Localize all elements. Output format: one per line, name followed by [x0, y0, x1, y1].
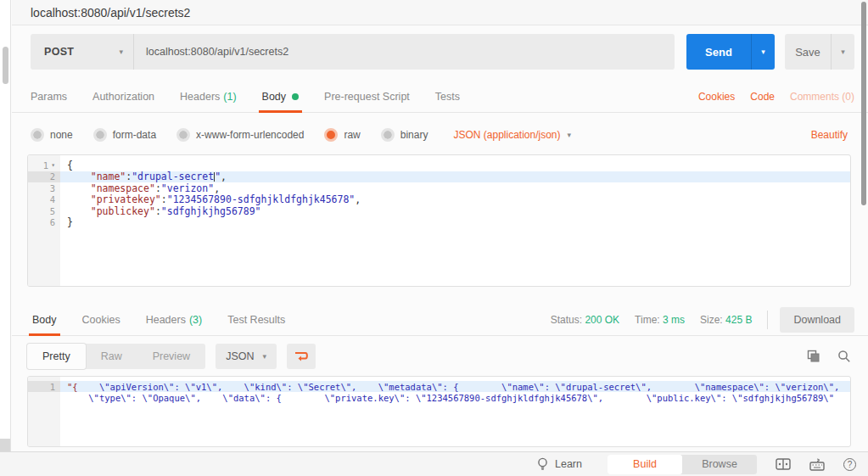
learn-button[interactable]: Learn: [537, 457, 582, 471]
response-time: Time: 3 ms: [635, 314, 685, 326]
view-preview-button[interactable]: Preview: [137, 344, 205, 369]
headers-count: (1): [223, 91, 236, 103]
fold-caret-icon[interactable]: ▾: [51, 161, 55, 169]
line-number: [28, 392, 60, 403]
radio-icon: [381, 128, 395, 142]
response-tab-headers[interactable]: Headers(3): [146, 304, 203, 335]
send-button[interactable]: Send: [686, 34, 751, 70]
content-type-select[interactable]: JSON (application/json) ▾: [453, 129, 571, 141]
save-options-button[interactable]: ▾: [831, 34, 854, 70]
request-tab-bar: localhost:8080/api/v1/secrets2: [12, 0, 868, 25]
editor-line[interactable]: 3 "namespace":"verizon",: [28, 182, 850, 194]
view-mode-group: Pretty Raw Preview: [27, 344, 205, 369]
url-value: localhost:8080/api/v1/secrets2: [146, 46, 288, 58]
response-view-row: Pretty Raw Preview JSON ▾: [27, 343, 851, 370]
browse-toggle-button[interactable]: Browse: [682, 455, 757, 474]
response-size: Size: 425 B: [700, 314, 752, 326]
code-line: "privatekey":"1234567890-sdfghjkldfghjk4…: [60, 194, 850, 206]
editor-line[interactable]: 1▾{: [28, 160, 850, 171]
response-action-icons: [790, 350, 851, 363]
view-raw-button[interactable]: Raw: [86, 344, 137, 369]
method-select[interactable]: POST ▾: [31, 34, 134, 70]
code-line: "namespace":"verizon",: [60, 182, 850, 194]
search-icon: [837, 350, 851, 363]
request-body-editor[interactable]: 1▾{2 "name":"drupal-secret",3 "namespace…: [27, 154, 851, 287]
mode-form-data[interactable]: form-data: [93, 128, 156, 142]
help-icon: ?: [843, 458, 856, 471]
cookies-link[interactable]: Cookies: [698, 91, 735, 103]
tab-pre-request-script[interactable]: Pre-request Script: [324, 81, 410, 112]
editor-line[interactable]: 2 "name":"drupal-secret",: [28, 171, 850, 183]
chevron-down-icon: ▾: [841, 48, 845, 56]
tab-params[interactable]: Params: [31, 81, 67, 112]
vertical-scrollbar[interactable]: [861, 2, 866, 205]
chevron-down-icon: ▾: [761, 48, 765, 56]
comments-link[interactable]: Comments (0): [790, 91, 854, 103]
wrap-text-icon: [294, 350, 308, 362]
mode-raw[interactable]: raw: [324, 128, 360, 142]
code-line: \"type\": \"Opaque\", \"data\": { \"priv…: [60, 392, 851, 403]
two-pane-layout-button[interactable]: [776, 458, 791, 470]
copy-icon: [807, 350, 820, 363]
tab-body[interactable]: Body: [262, 81, 300, 112]
send-options-button[interactable]: ▾: [751, 34, 775, 70]
beautify-link[interactable]: Beautify: [811, 129, 848, 141]
save-button[interactable]: Save: [785, 34, 831, 70]
view-pretty-button[interactable]: Pretty: [27, 344, 86, 369]
status-bar: Learn Build Browse: [0, 451, 868, 476]
line-number: 6: [28, 217, 60, 229]
download-button[interactable]: Download: [780, 307, 854, 333]
line-number: 1▾: [28, 160, 60, 171]
code-line: "{ \"apiVersion\": \"v1\", \"kind\": \"S…: [60, 381, 851, 392]
tab-tests[interactable]: Tests: [435, 81, 460, 112]
response-tab-test-results[interactable]: Test Results: [227, 304, 285, 335]
code-line: }: [60, 217, 850, 229]
mode-x-www-form-urlencoded[interactable]: x-www-form-urlencoded: [176, 128, 304, 142]
chevron-down-icon: ▾: [262, 352, 266, 361]
line-number: 3: [28, 182, 60, 194]
code-link[interactable]: Code: [750, 91, 775, 103]
active-tab-underline: [259, 110, 303, 113]
response-tab-cookies[interactable]: Cookies: [82, 304, 120, 335]
editor-line[interactable]: 1"{ \"apiVersion\": \"v1\", \"kind\": \"…: [28, 381, 850, 392]
code-line: {: [60, 160, 850, 171]
save-button-group: Save ▾: [785, 34, 854, 70]
editor-line[interactable]: \"type\": \"Opaque\", \"data\": { \"priv…: [28, 392, 850, 403]
request-tab-title[interactable]: localhost:8080/api/v1/secrets2: [31, 6, 190, 20]
mode-binary[interactable]: binary: [381, 128, 428, 142]
line-number: 5: [28, 205, 60, 217]
divider: [767, 311, 768, 329]
sidebar-scrollbar[interactable]: [3, 47, 8, 84]
url-input[interactable]: localhost:8080/api/v1/secrets2: [134, 34, 675, 70]
response-tabs-row: Body Cookies Headers(3) Test Results Sta…: [12, 304, 868, 336]
lightbulb-icon: [537, 457, 548, 471]
line-number: 2: [28, 171, 60, 183]
chevron-down-icon: ▾: [568, 131, 572, 139]
active-tab-underline: [29, 333, 60, 336]
search-button[interactable]: [837, 350, 851, 363]
postman-app: localhost:8080/api/v1/secrets2 POST ▾ lo…: [0, 0, 868, 476]
radio-icon: [176, 128, 190, 142]
sidebar-toggle-icon[interactable]: [0, 439, 10, 451]
editor-line[interactable]: 4 "privatekey":"1234567890-sdfghjkldfghj…: [28, 194, 850, 206]
editor-line[interactable]: 5 "publickey":"sdfghjkjhg56789": [28, 205, 850, 217]
status-code: Status: 200 OK: [551, 314, 619, 326]
tab-headers[interactable]: Headers(1): [180, 81, 237, 112]
response-headers-count: (3): [189, 314, 202, 326]
radio-icon: [31, 128, 44, 142]
request-tabs: Params Authorization Headers(1) Body Pre…: [12, 81, 868, 113]
collapsed-sidebar: [0, 0, 11, 451]
mode-none[interactable]: none: [31, 128, 73, 142]
help-button[interactable]: ?: [843, 458, 856, 471]
response-body-editor[interactable]: 1"{ \"apiVersion\": \"v1\", \"kind\": \"…: [27, 376, 851, 447]
editor-line[interactable]: 6}: [28, 217, 850, 229]
response-tab-body[interactable]: Body: [32, 304, 57, 335]
wrap-text-button[interactable]: [287, 344, 316, 369]
build-toggle-button[interactable]: Build: [608, 455, 682, 474]
shortcuts-button[interactable]: [809, 458, 825, 471]
response-format-select[interactable]: JSON ▾: [216, 344, 277, 369]
copy-button[interactable]: [807, 350, 820, 363]
tab-authorization[interactable]: Authorization: [92, 81, 154, 112]
main-pane: localhost:8080/api/v1/secrets2 POST ▾ lo…: [12, 0, 868, 451]
method-label: POST: [44, 46, 74, 58]
